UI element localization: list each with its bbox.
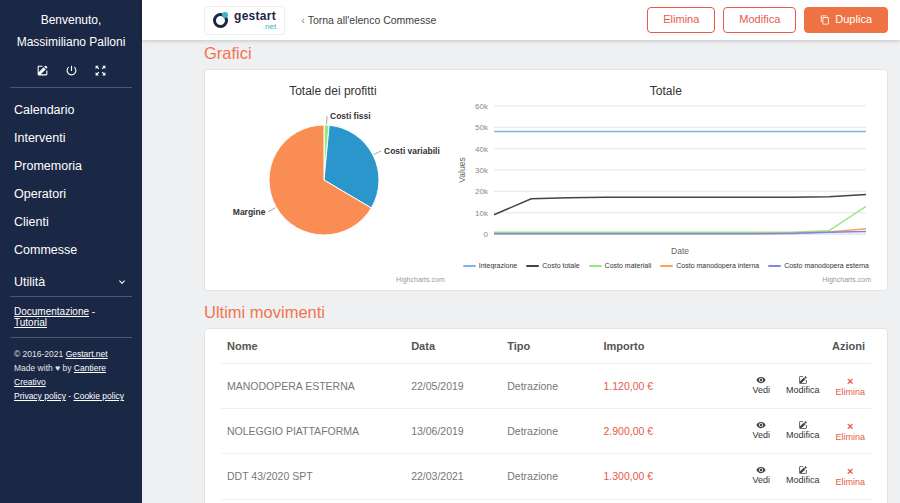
eye-icon bbox=[756, 374, 766, 385]
movement-actions: VediModifica×Elimina bbox=[730, 409, 871, 454]
copyright-line: © 2016-2021 Gestart.net bbox=[14, 347, 128, 361]
charts-section-title: Grafici bbox=[204, 44, 888, 63]
column-header-data: Data bbox=[405, 329, 501, 364]
delete-button[interactable]: ×Elimina bbox=[835, 466, 865, 489]
back-to-commesse-link[interactable]: ‹Torna all'elenco Commesse bbox=[301, 14, 436, 26]
chevron-down-icon bbox=[116, 276, 128, 288]
sidebar-item-utilita[interactable]: Utilità bbox=[0, 268, 142, 296]
policy-separator: - bbox=[66, 391, 74, 401]
edit-button[interactable]: Modifica bbox=[786, 464, 820, 487]
movement-name: NUOVO AMPLIAMENTO bbox=[221, 499, 405, 503]
y-tick-label: 40k bbox=[475, 145, 489, 154]
user-name: Massimiliano Palloni bbox=[6, 32, 136, 54]
sidebar-item-operatori[interactable]: Operatori bbox=[0, 180, 142, 208]
line-chart-legend: IntegrazioneCosto totaleCosto materialiC… bbox=[453, 262, 879, 269]
movement-date: 22/05/2019 bbox=[405, 364, 501, 409]
edit-label: Modifica bbox=[786, 385, 820, 397]
delete-button[interactable]: ×Elimina bbox=[835, 376, 865, 399]
sidebar-quick-actions bbox=[0, 55, 142, 87]
gestart-site-link[interactable]: Gestart.net bbox=[66, 349, 108, 359]
close-icon: × bbox=[847, 421, 853, 432]
made-with-line: Made with ♥ by Cantiere Creativo bbox=[14, 361, 128, 389]
sidebar-item-promemoria[interactable]: Promemoria bbox=[0, 152, 142, 180]
delete-label: Elimina bbox=[835, 387, 865, 399]
legend-item-costo-materiali[interactable]: Costo materiali bbox=[589, 262, 652, 269]
sidebar: Benvenuto, Massimiliano Palloni Calendar… bbox=[0, 0, 142, 503]
view-label: Vedi bbox=[752, 475, 770, 487]
movement-date: 22/03/2021 bbox=[405, 499, 501, 503]
legend-item-costo-manodopera-interna[interactable]: Costo manodopera interna bbox=[660, 262, 759, 269]
back-chevron-icon: ‹ bbox=[301, 14, 305, 26]
delete-label: Elimina bbox=[835, 477, 865, 489]
edit-label: Modifica bbox=[786, 430, 820, 442]
modifica-button[interactable]: Modifica bbox=[723, 7, 796, 32]
charts-card: Totale dei profitti Costi fissiCosti var… bbox=[204, 69, 888, 291]
view-label: Vedi bbox=[752, 385, 770, 397]
gestart-logo[interactable]: gestart .net bbox=[204, 6, 285, 35]
delete-button[interactable]: ×Elimina bbox=[835, 421, 865, 444]
column-header-nome: Nome bbox=[221, 329, 405, 364]
edit-label: Modifica bbox=[786, 475, 820, 487]
tutorial-link[interactable]: Tutorial bbox=[14, 317, 47, 328]
movement-row: DDT 43/2020 SPT22/03/2021Detrazione1.300… bbox=[221, 454, 871, 499]
column-header-tipo: Tipo bbox=[501, 329, 597, 364]
line-series-costo-materiali[interactable] bbox=[494, 206, 866, 232]
pie-label-connector bbox=[268, 208, 275, 212]
line-series-costo-totale[interactable] bbox=[494, 195, 866, 215]
legend-item-integrazione[interactable]: Integrazione bbox=[463, 262, 518, 269]
movement-amount: 1.120,00 € bbox=[598, 364, 731, 409]
gestart-logo-icon bbox=[213, 13, 228, 28]
movement-actions: VediModifica×Elimina bbox=[730, 454, 871, 499]
sidebar-item-calendario[interactable]: Calendario bbox=[0, 96, 142, 124]
close-icon: × bbox=[847, 466, 853, 477]
duplica-label: Duplica bbox=[835, 13, 872, 26]
movement-amount: 4.000,00 € bbox=[598, 499, 731, 503]
legend-marker-icon bbox=[463, 265, 476, 267]
y-tick-label: 20k bbox=[475, 187, 489, 196]
movements-section-title: Ultimi movimenti bbox=[204, 303, 888, 322]
highcharts-credit-link[interactable]: Highcharts.com bbox=[396, 276, 445, 283]
privacy-policy-link[interactable]: Privacy policy bbox=[14, 391, 66, 401]
x-axis-title: Date bbox=[671, 246, 689, 256]
highcharts-credit-link[interactable]: Highcharts.com bbox=[822, 276, 871, 283]
sidebar-footer: © 2016-2021 Gestart.net Made with ♥ by C… bbox=[0, 338, 142, 412]
copyright-text: © 2016-2021 bbox=[14, 349, 66, 359]
view-button[interactable]: Vedi bbox=[752, 464, 770, 487]
made-with-text: Made with ♥ by bbox=[14, 363, 74, 373]
legend-label: Integrazione bbox=[479, 262, 518, 269]
view-button[interactable]: Vedi bbox=[752, 419, 770, 442]
movement-type: Detrazione bbox=[501, 409, 597, 454]
legend-item-costo-totale[interactable]: Costo totale bbox=[526, 262, 579, 269]
pie-data-label: Costi fissi bbox=[330, 111, 371, 121]
movement-type: Detrazione bbox=[501, 364, 597, 409]
pie-chart-title: Totale dei profitti bbox=[289, 76, 376, 100]
duplica-button[interactable]: Duplica bbox=[804, 7, 888, 32]
cookie-policy-link[interactable]: Cookie policy bbox=[74, 391, 125, 401]
legend-item-costo-manodopera-esterna[interactable]: Costo manodopera esterna bbox=[768, 262, 869, 269]
edit-icon bbox=[798, 464, 808, 475]
edit-button[interactable]: Modifica bbox=[786, 419, 820, 442]
legend-marker-icon bbox=[660, 265, 673, 267]
movement-name: NOLEGGIO PIATTAFORMA bbox=[221, 409, 405, 454]
line-chart-title: Totale bbox=[650, 76, 682, 100]
sidebar-item-interventi[interactable]: Interventi bbox=[0, 124, 142, 152]
totals-line-chart: Totale 010k20k30k40k50k60kValuesDate Int… bbox=[453, 76, 879, 284]
sidebar-item-commesse[interactable]: Commesse bbox=[0, 236, 142, 264]
movements-table-card: NomeDataTipoImportoAzioni MANODOPERA EST… bbox=[204, 328, 888, 503]
legend-marker-icon bbox=[768, 265, 781, 267]
sidebar-item-clienti[interactable]: Clienti bbox=[0, 208, 142, 236]
line-chart-svg: 010k20k30k40k50k60kValuesDate bbox=[452, 100, 880, 262]
duplicate-icon bbox=[820, 15, 830, 25]
movement-row: MANODOPERA ESTERNA22/05/2019Detrazione1.… bbox=[221, 364, 871, 409]
column-header-importo: Importo bbox=[598, 329, 731, 364]
view-label: Vedi bbox=[752, 430, 770, 442]
view-button[interactable]: Vedi bbox=[752, 374, 770, 397]
edit-profile-icon[interactable] bbox=[36, 64, 49, 77]
expand-fullscreen-icon[interactable] bbox=[94, 64, 107, 77]
documentation-link[interactable]: Documentazione bbox=[14, 306, 89, 317]
edit-button[interactable]: Modifica bbox=[786, 374, 820, 397]
main-column: gestart .net ‹Torna all'elenco Commesse … bbox=[142, 0, 900, 503]
power-logout-icon[interactable] bbox=[65, 64, 78, 77]
profit-pie-chart: Totale dei profitti Costi fissiCosti var… bbox=[213, 76, 453, 284]
elimina-button[interactable]: Elimina bbox=[647, 7, 715, 32]
